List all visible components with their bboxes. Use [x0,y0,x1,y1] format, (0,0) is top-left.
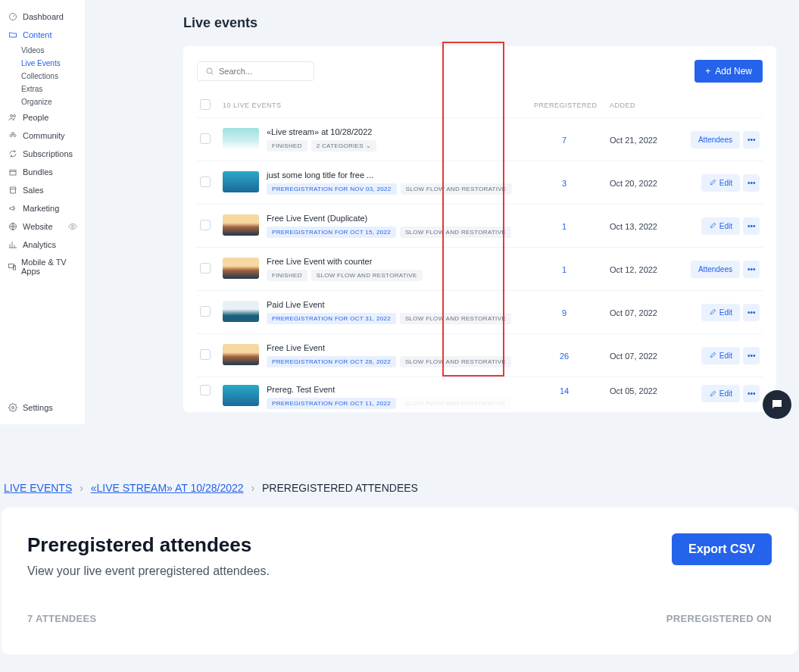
preregistered-count[interactable]: 9 [562,308,566,317]
sidebar-item-website[interactable]: Website [0,217,85,236]
event-badges: PREREGISTRATION FOR OCT 11, 2022SLOW FLO… [267,398,534,409]
sidebar-item-analytics[interactable]: Analytics [0,236,85,254]
more-button[interactable]: ••• [743,174,760,192]
subnav-videos[interactable]: Videos [21,44,85,57]
store-icon [8,185,18,195]
badge: SLOW FLOW AND RESTORATIVE [400,356,511,367]
sidebar-item-marketing[interactable]: Marketing [0,199,85,217]
row-checkbox[interactable] [200,133,211,144]
export-csv-button[interactable]: Export CSV [672,533,772,565]
subnav-collections[interactable]: Collections [21,70,85,83]
attendees-button[interactable]: Attendees [691,131,740,148]
subnav-extras[interactable]: Extras [21,83,85,95]
event-row: «Live stream» at 10/28/2022 FINISHED2 CA… [197,118,763,161]
edit-button[interactable]: Edit [701,174,740,192]
chevron-right-icon: › [80,482,83,494]
event-badges: PREREGISTRATION FOR OCT 28, 2022SLOW FLO… [267,356,534,367]
preregistered-count[interactable]: 1 [562,265,566,274]
more-button[interactable]: ••• [743,385,760,402]
more-button[interactable]: ••• [743,304,760,321]
added-date: Oct 21, 2022 [610,136,657,145]
preregistered-count[interactable]: 26 [560,352,569,361]
events-panel: + Add New 10 LIVE EVENTS PREREGISTERED A… [183,46,776,412]
event-thumbnail [223,214,259,236]
row-checkbox[interactable] [200,263,211,273]
edit-button[interactable]: Edit [701,304,740,321]
added-date: Oct 12, 2022 [610,265,657,274]
action-label: Edit [719,352,732,360]
dots-icon: ••• [748,308,756,317]
add-new-label: Add New [715,66,752,77]
page-title: Live events [183,15,776,31]
sidebar-item-bundles[interactable]: Bundles [0,163,85,181]
more-button[interactable]: ••• [743,261,760,278]
sidebar-item-dashboard[interactable]: Dashboard [0,8,85,26]
dashboard-icon [8,11,18,22]
col-attendees: 7 ATTENDEES [27,613,96,624]
event-row: Prereg. Test Event PREREGISTRATION FOR O… [197,377,763,412]
event-title: Prereg. Test Event [267,385,534,394]
added-date: Oct 20, 2022 [610,179,657,188]
svg-point-11 [12,407,14,409]
sidebar-item-label: Website [23,222,53,231]
preregistered-count[interactable]: 1 [562,222,566,231]
select-all-checkbox[interactable] [200,99,211,110]
header-added: ADDED [595,102,693,109]
breadcrumb: LIVE EVENTS › «LIVE STREAM» AT 10/28/202… [2,477,797,508]
globe-icon [8,221,18,232]
main-area: Live events + Add New 10 LIVE EVENTS [85,0,799,424]
row-checkbox[interactable] [200,306,211,317]
svg-point-5 [12,133,14,135]
row-checkbox[interactable] [200,385,211,395]
event-badges: FINISHED2 CATEGORIES⌄ [267,140,534,152]
event-thumbnail [223,344,259,365]
add-new-button[interactable]: + Add New [694,60,763,83]
chat-widget[interactable] [763,390,791,419]
attendees-button[interactable]: Attendees [691,261,740,278]
svg-point-1 [11,115,13,117]
search-input[interactable] [219,67,306,76]
preregistered-count[interactable]: 7 [562,136,566,145]
sidebar-item-content[interactable]: Content [0,26,85,44]
dots-icon: ••• [748,265,756,273]
preregistered-count[interactable]: 14 [560,386,569,395]
more-button[interactable]: ••• [743,217,760,235]
sidebar-item-label: Dashboard [23,12,64,21]
sidebar-item-mobile-tv-apps[interactable]: Mobile & TV Apps [0,254,85,280]
more-button[interactable]: ••• [743,131,760,148]
sidebar-item-label: Bundles [23,167,53,177]
search-box[interactable] [197,61,314,81]
event-title: Free Live Event with counter [267,257,534,266]
more-button[interactable]: ••• [743,347,760,364]
event-title: Free Live Event [267,343,534,352]
edit-button[interactable]: Edit [701,217,740,235]
badge: PREREGISTRATION FOR OCT 31, 2022 [267,313,396,324]
subnav-live-events[interactable]: Live Events [21,57,85,70]
row-checkbox[interactable] [200,349,211,360]
preregistered-count[interactable]: 3 [562,179,566,188]
added-date: Oct 07, 2022 [610,352,657,361]
sidebar-item-sales[interactable]: Sales [0,181,85,199]
dots-icon: ••• [748,352,756,360]
event-row: Paid Live Event PREREGISTRATION FOR OCT … [197,291,763,334]
breadcrumb-stream[interactable]: «LIVE STREAM» AT 10/28/2022 [91,482,244,494]
sidebar-item-people[interactable]: People [0,108,85,127]
sidebar-item-subscriptions[interactable]: Subscriptions [0,145,85,163]
event-badges: PREREGISTRATION FOR NOV 03, 2022SLOW FLO… [267,183,534,195]
svg-line-13 [211,73,213,74]
edit-button[interactable]: Edit [701,385,740,402]
badge: FINISHED [267,270,307,281]
breadcrumb-live-events[interactable]: LIVE EVENTS [4,482,72,494]
row-checkbox[interactable] [200,177,211,187]
row-checkbox[interactable] [200,220,211,230]
subnav-organize[interactable]: Organize [21,95,85,108]
sidebar-settings-label: Settings [23,403,53,412]
sidebar-settings[interactable]: Settings [0,399,85,417]
attendees-subtitle: View your live event preregistered atten… [27,564,270,578]
header-preregistered: PREREGISTERED [534,102,595,109]
event-thumbnail [223,171,259,192]
edit-button[interactable]: Edit [701,347,740,364]
event-title: Paid Live Event [267,300,534,309]
dots-icon: ••• [748,389,756,398]
sidebar-item-community[interactable]: Community [0,127,85,145]
